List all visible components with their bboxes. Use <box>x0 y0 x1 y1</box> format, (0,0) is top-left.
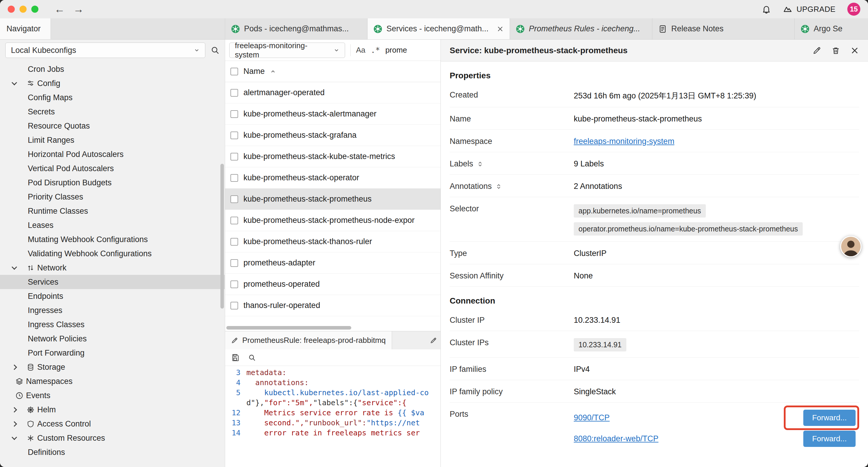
chevron-right-icon[interactable] <box>12 365 24 369</box>
notification-count-badge[interactable]: 15 <box>847 3 860 16</box>
row-checkbox[interactable] <box>230 302 238 310</box>
row-checkbox[interactable] <box>230 281 238 288</box>
sidebar-item-runtime-classes[interactable]: Runtime Classes <box>0 204 225 218</box>
maximize-window-button[interactable] <box>31 6 38 13</box>
expand-collapse-icon[interactable] <box>495 183 502 190</box>
drawer-row-value: 253d 16h 6m ago (2025年1月13日 GMT+8 1:25:3… <box>574 89 859 101</box>
delete-resource-icon[interactable] <box>831 46 840 55</box>
save-icon[interactable] <box>231 353 239 362</box>
sidebar-item-network-policies[interactable]: Network Policies <box>0 332 225 346</box>
back-button[interactable]: ← <box>54 4 65 14</box>
kubeconfig-select[interactable]: Local Kubeconfigs <box>5 42 205 58</box>
tab-prometheus-rules-icecheng[interactable]: Prometheus Rules - icecheng... <box>510 18 652 39</box>
table-row-kube-prometheus-stack-grafana[interactable]: kube-prometheus-stack-grafana <box>225 125 440 146</box>
namespace-link[interactable]: freeleaps-monitoring-system <box>574 137 859 146</box>
chevron-right-icon[interactable] <box>12 422 24 426</box>
chevron-down-icon[interactable] <box>12 267 24 269</box>
sort-asc-icon[interactable] <box>270 68 276 75</box>
minimize-window-button[interactable] <box>20 6 27 13</box>
yaml-editor[interactable]: 3metadata:4 annotations:5 kubectl.kubern… <box>225 366 440 467</box>
dock-tab-next[interactable] <box>392 331 440 349</box>
scrollbar-thumb[interactable] <box>226 326 351 329</box>
match-case-toggle[interactable]: Aa <box>356 46 366 55</box>
table-row-kube-prometheus-stack-prometheus-node-expor[interactable]: kube-prometheus-stack-prometheus-node-ex… <box>225 210 440 231</box>
horizontal-scrollbar[interactable] <box>225 324 440 331</box>
sidebar-item-custom-resources[interactable]: Custom Resources <box>0 431 225 445</box>
dock-tab-prometheusrule[interactable]: PrometheusRule: freeleaps-prod-rabbitmq <box>225 331 392 349</box>
forward-button[interactable]: → <box>73 4 84 14</box>
table-spacer <box>225 316 440 324</box>
table-row-alertmanager-operated[interactable]: alertmanager-operated <box>225 82 440 104</box>
sidebar-item-storage[interactable]: Storage <box>0 360 225 374</box>
list-search-input[interactable] <box>385 46 436 55</box>
close-window-button[interactable] <box>8 6 15 13</box>
sidebar-item-validating-webhook-configurations[interactable]: Validating Webhook Configurations <box>0 246 225 261</box>
sidebar-item-pod-disruption-budgets[interactable]: Pod Disruption Budgets <box>0 176 225 190</box>
row-checkbox[interactable] <box>230 195 238 203</box>
tab-pods-icecheng-mathmas[interactable]: Pods - icecheng@mathmas... <box>225 18 368 39</box>
table-row-kube-prometheus-stack-alertmanager[interactable]: kube-prometheus-stack-alertmanager <box>225 104 440 125</box>
sidebar-item-helm[interactable]: Helm <box>0 403 225 417</box>
table-row-thanos-ruler-operated[interactable]: thanos-ruler-operated <box>225 295 440 316</box>
namespace-select[interactable]: freeleaps-monitoring-system <box>229 42 345 58</box>
column-header-name[interactable]: Name <box>243 67 265 76</box>
table-row-kube-prometheus-stack-operator[interactable]: kube-prometheus-stack-operator <box>225 167 440 188</box>
table-row-kube-prometheus-stack-kube-state-metrics[interactable]: kube-prometheus-stack-kube-state-metrics <box>225 146 440 167</box>
sidebar-item-access-control[interactable]: Access Control <box>0 417 225 431</box>
row-checkbox[interactable] <box>230 174 238 182</box>
sidebar-item-vertical-pod-autoscalers[interactable]: Vertical Pod Autoscalers <box>0 162 225 176</box>
sidebar-item-config[interactable]: Config <box>0 76 225 90</box>
port-link[interactable]: 9090/TCP <box>574 413 610 422</box>
sidebar-item-definitions[interactable]: Definitions <box>0 445 225 459</box>
sidebar-search-icon[interactable] <box>211 46 219 55</box>
row-checkbox[interactable] <box>230 217 238 224</box>
upgrade-button[interactable]: UPGRADE <box>783 4 836 14</box>
row-checkbox[interactable] <box>230 153 238 160</box>
row-checkbox[interactable] <box>230 238 238 245</box>
sidebar-item-horizontal-pod-autoscalers[interactable]: Horizontal Pod Autoscalers <box>0 147 225 162</box>
sidebar-item-config-maps[interactable]: Config Maps <box>0 90 225 105</box>
sidebar-item-endpoints[interactable]: Endpoints <box>0 289 225 303</box>
navigator-tab[interactable]: Navigator <box>0 18 51 39</box>
sidebar-item-namespaces[interactable]: Namespaces <box>0 374 225 388</box>
sidebar-scrollbar[interactable] <box>220 164 224 309</box>
sidebar-item-ingresses[interactable]: Ingresses <box>0 303 225 317</box>
sidebar-item-leases[interactable]: Leases <box>0 218 225 232</box>
row-checkbox[interactable] <box>230 89 238 97</box>
close-tab-icon[interactable] <box>497 25 504 32</box>
sidebar-item-resource-quotas[interactable]: Resource Quotas <box>0 119 225 133</box>
row-checkbox[interactable] <box>230 110 238 118</box>
tab-release-notes[interactable]: Release Notes <box>652 18 795 39</box>
forward-button[interactable]: Forward... <box>803 431 856 447</box>
sidebar-item-secrets[interactable]: Secrets <box>0 105 225 119</box>
tab-argo-se[interactable]: Argo Se <box>795 18 868 39</box>
sidebar-item-ingress-classes[interactable]: Ingress Classes <box>0 317 225 332</box>
sidebar-item-network[interactable]: Network <box>0 261 225 275</box>
sidebar-item-cron-jobs[interactable]: Cron Jobs <box>0 62 225 76</box>
table-row-prometheus-operated[interactable]: prometheus-operated <box>225 274 440 295</box>
sidebar-item-port-forwarding[interactable]: Port Forwarding <box>0 346 225 360</box>
regex-toggle[interactable]: .* <box>371 46 380 55</box>
chevron-down-icon[interactable] <box>12 83 24 85</box>
table-row-kube-prometheus-stack-thanos-ruler[interactable]: kube-prometheus-stack-thanos-ruler <box>225 231 440 253</box>
row-checkbox[interactable] <box>230 132 238 139</box>
sidebar-item-limit-ranges[interactable]: Limit Ranges <box>0 133 225 147</box>
select-all-checkbox[interactable] <box>230 68 238 76</box>
forward-button[interactable]: Forward... <box>803 410 856 426</box>
sidebar-item-events[interactable]: Events <box>0 388 225 403</box>
editor-search-icon[interactable] <box>248 354 256 361</box>
edit-resource-icon[interactable] <box>812 46 821 55</box>
sidebar-item-services[interactable]: Services <box>0 275 225 289</box>
sidebar-item-mutating-webhook-configurations[interactable]: Mutating Webhook Configurations <box>0 232 225 246</box>
tab-services-icecheng-math[interactable]: Services - icecheng@math... <box>368 18 510 39</box>
sidebar-item-priority-classes[interactable]: Priority Classes <box>0 190 225 204</box>
row-checkbox[interactable] <box>230 259 238 267</box>
chevron-down-icon[interactable] <box>12 437 24 439</box>
port-link[interactable]: 8080:reloader-web/TCP <box>574 434 658 443</box>
notifications-bell-icon[interactable] <box>762 4 771 14</box>
expand-collapse-icon[interactable] <box>477 161 483 167</box>
table-row-prometheus-adapter[interactable]: prometheus-adapter <box>225 253 440 274</box>
table-row-kube-prometheus-stack-prometheus[interactable]: kube-prometheus-stack-prometheus <box>225 188 440 210</box>
chevron-right-icon[interactable] <box>12 408 24 412</box>
close-drawer-icon[interactable] <box>850 46 859 55</box>
